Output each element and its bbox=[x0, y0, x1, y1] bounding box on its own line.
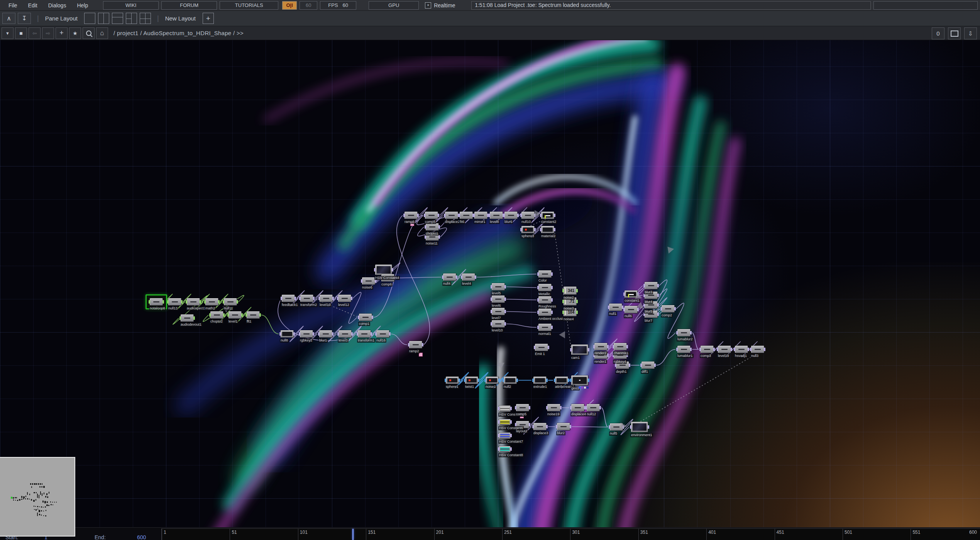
output-connector[interactable] bbox=[456, 275, 457, 279]
status-extra-button[interactable] bbox=[873, 1, 978, 10]
node-math2[interactable]: math2 bbox=[205, 298, 218, 306]
output-connector[interactable] bbox=[576, 289, 578, 292]
input-connector[interactable] bbox=[491, 297, 492, 301]
input-connector[interactable] bbox=[424, 214, 425, 217]
input-connector[interactable] bbox=[375, 332, 377, 336]
breadcrumb[interactable]: / project1 / AudioSpectrum_to_HDRI_Shape… bbox=[113, 30, 244, 36]
output-connector[interactable] bbox=[510, 407, 512, 410]
node-null6[interactable]: null6 bbox=[625, 306, 638, 313]
output-connector[interactable] bbox=[313, 332, 314, 336]
input-connector[interactable] bbox=[515, 406, 516, 409]
nav-button-forum[interactable]: FORUM bbox=[161, 1, 217, 10]
input-connector[interactable] bbox=[318, 332, 320, 336]
realtime-checkbox-icon[interactable]: × bbox=[425, 2, 431, 8]
output-connector[interactable] bbox=[529, 423, 530, 426]
node-material2[interactable]: material2 bbox=[541, 226, 554, 233]
input-connector[interactable] bbox=[623, 292, 625, 296]
input-connector[interactable] bbox=[337, 332, 339, 336]
node-comp2[interactable]: comp2 bbox=[662, 305, 675, 312]
output-connector[interactable] bbox=[529, 406, 530, 409]
output-connector[interactable] bbox=[438, 235, 440, 239]
input-connector[interactable] bbox=[408, 343, 410, 346]
input-connector[interactable] bbox=[358, 316, 359, 319]
input-connector[interactable] bbox=[556, 425, 557, 428]
timeline-tick-401[interactable]: 401 bbox=[706, 529, 707, 540]
input-connector[interactable] bbox=[403, 214, 405, 217]
output-connector[interactable] bbox=[478, 379, 479, 382]
input-connector[interactable] bbox=[281, 297, 282, 300]
node-comp8[interactable]: comp8 bbox=[425, 212, 438, 219]
node-normal1[interactable]: normal1 bbox=[538, 324, 552, 331]
node-hsvadj1[interactable]: hsvadj1 bbox=[735, 346, 748, 353]
input-connector[interactable] bbox=[484, 379, 486, 382]
input-connector[interactable] bbox=[464, 379, 465, 382]
output-connector[interactable] bbox=[690, 348, 692, 351]
input-connector[interactable] bbox=[640, 363, 642, 367]
stop-button[interactable]: ■ bbox=[15, 27, 27, 39]
output-connector[interactable] bbox=[510, 420, 512, 424]
window-button[interactable] bbox=[948, 27, 961, 39]
node-level3[interactable]: level3 bbox=[339, 330, 352, 338]
input-connector[interactable] bbox=[279, 332, 281, 336]
add-layout-button[interactable]: + bbox=[203, 13, 214, 24]
output-connector[interactable] bbox=[162, 300, 164, 304]
output-connector[interactable] bbox=[259, 313, 261, 317]
output-connector[interactable] bbox=[438, 225, 440, 229]
output-connector[interactable] bbox=[551, 286, 553, 289]
input-connector[interactable] bbox=[537, 286, 539, 289]
output-connector[interactable] bbox=[332, 297, 334, 300]
node-emit-1[interactable]: Emit 1 bbox=[535, 344, 548, 351]
node-level10[interactable]: level10 bbox=[320, 295, 333, 302]
nav-button-tutorials[interactable]: TUTORIALS bbox=[220, 1, 278, 10]
layout-grid-button[interactable] bbox=[140, 13, 151, 24]
timeline-tick-301[interactable]: 301 bbox=[570, 529, 570, 540]
output-connector[interactable] bbox=[576, 300, 578, 303]
output-connector[interactable] bbox=[181, 300, 183, 304]
input-connector[interactable] bbox=[498, 447, 499, 451]
node-level6[interactable]: level6 bbox=[492, 295, 505, 303]
output-connector[interactable] bbox=[588, 348, 589, 352]
node-transform2[interactable]: transform2 bbox=[300, 295, 313, 302]
input-connector[interactable] bbox=[459, 214, 460, 217]
node-lumablur1[interactable]: lumablur1 bbox=[677, 346, 691, 353]
timeline-tick-201[interactable]: 201 bbox=[434, 529, 435, 540]
input-connector[interactable] bbox=[608, 306, 609, 309]
output-connector[interactable] bbox=[313, 297, 315, 300]
input-connector[interactable] bbox=[717, 348, 718, 351]
output-connector[interactable] bbox=[657, 303, 659, 307]
node-sphere3[interactable]: sphere3 bbox=[521, 226, 535, 233]
node-render2[interactable]: render2 bbox=[594, 343, 608, 350]
output-connector[interactable] bbox=[475, 275, 476, 279]
output-connector[interactable] bbox=[764, 348, 765, 351]
node-null10[interactable]: null10 bbox=[521, 212, 535, 219]
input-connector[interactable] bbox=[570, 379, 572, 382]
input-connector[interactable] bbox=[503, 379, 504, 382]
output-connector[interactable] bbox=[218, 300, 220, 304]
layout-hsplit-button[interactable] bbox=[112, 13, 123, 24]
midi-io-button[interactable]: O|I bbox=[282, 1, 297, 10]
input-connector[interactable] bbox=[445, 379, 446, 382]
input-connector[interactable] bbox=[149, 300, 150, 304]
menu-dialogs[interactable]: Dialogs bbox=[43, 0, 72, 10]
input-connector[interactable] bbox=[299, 332, 300, 336]
input-connector[interactable] bbox=[537, 326, 539, 329]
input-connector[interactable] bbox=[491, 310, 492, 313]
node-chopto2[interactable]: chopto2 bbox=[210, 311, 223, 319]
pane-type-dropdown[interactable]: ▼ bbox=[2, 27, 14, 39]
node-extrude1[interactable]: extrude1 bbox=[533, 377, 547, 384]
node-ambient-occlusi[interactable]: Ambient occlusi bbox=[538, 309, 552, 316]
bookmark-star-button[interactable]: ★ bbox=[69, 27, 81, 39]
node-null3[interactable]: null3 bbox=[751, 346, 764, 353]
output-connector[interactable] bbox=[657, 312, 659, 316]
node-chopto1[interactable]: chopto1 bbox=[426, 223, 439, 231]
node-fit6[interactable]: fit6 bbox=[460, 212, 473, 219]
output-connector[interactable] bbox=[626, 345, 628, 348]
input-connector[interactable] bbox=[425, 225, 426, 229]
output-connector[interactable] bbox=[295, 297, 296, 300]
output-connector[interactable] bbox=[568, 379, 569, 382]
timeline-tick-101[interactable]: 101 bbox=[298, 529, 298, 540]
output-connector[interactable] bbox=[241, 313, 243, 317]
output-connector[interactable] bbox=[588, 379, 589, 382]
node-null4[interactable]: null4 bbox=[443, 273, 456, 281]
node-blur1[interactable]: blur1 bbox=[319, 330, 332, 338]
